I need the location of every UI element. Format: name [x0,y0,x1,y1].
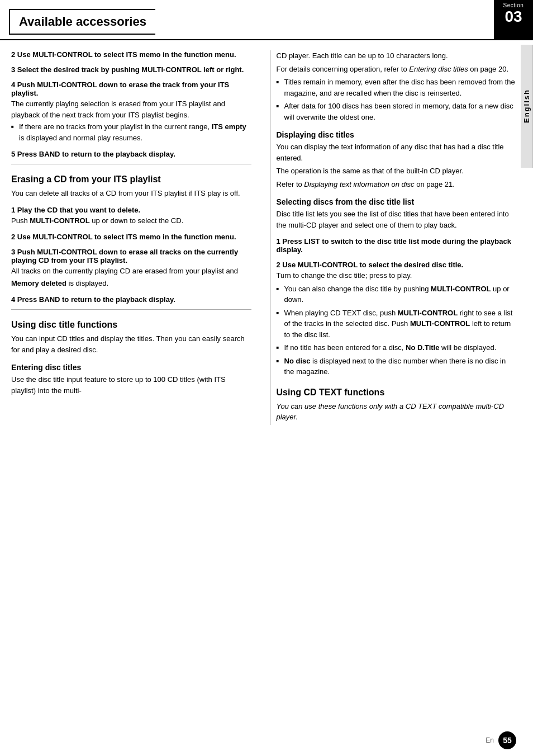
sel-bullet2: When playing CD TEXT disc, push MULTI-CO… [277,308,517,341]
entering-sub-title: Entering disc titles [11,363,251,372]
section-number: 03 [505,8,522,26]
right-column: CD player. Each title can be up to 10 ch… [270,50,517,425]
left-column: 2 Use MULTI-CONTROL to select ITS memo i… [11,50,257,425]
entering-disc-italic: Entering disc titles [409,65,468,73]
multicontrol-bold-1: MULTI-CONTROL [30,216,89,225]
footer-page-number: 55 [498,731,516,749]
step4-bullet: If there are no tracks from your playlis… [11,121,251,143]
multicontrol-bold-3: MULTI-CONTROL [398,309,458,317]
erase-step1-heading: 1 Play the CD that you want to delete. [11,206,251,214]
step3-heading: 3 Select the desired track by pushing MU… [11,65,251,74]
side-language-label: English [521,45,533,168]
divider-2 [11,309,251,310]
section-box: Section 03 [494,0,533,39]
entering-body2: For details concerning operation, refer … [277,64,517,75]
multicontrol-bold-4: MULTI-CONTROL [410,319,470,328]
page-title: Available accessories [9,9,155,35]
disc-title-section-title: Using disc title functions [11,320,251,330]
divider-1 [11,164,251,164]
displaying-sub-title: Displaying disc titles [277,130,517,139]
entering-body: Use the disc title input feature to stor… [11,374,251,396]
cd-text-section-title: Using CD TEXT functions [277,388,517,398]
displaying-body1: You can display the text information of … [277,141,517,163]
step2-heading: 2 Use MULTI-CONTROL to select ITS memo i… [11,50,251,59]
no-disc-bold: No disc [284,357,311,365]
its-empty-bold: ITS empty [212,122,246,131]
displaying-italic: Displaying text information on disc [304,180,414,188]
bullet2: After data for 100 discs has been stored… [277,101,517,122]
footer-lang: En [486,736,494,744]
page-header: Available accessories Section 03 [0,0,533,40]
erase-step2-heading: 2 Use MULTI-CONTROL to select ITS memo i… [11,233,251,241]
sel-step2-body1: Turn to change the disc title; press to … [277,270,517,281]
no-dtitle-bold: No D.Title [406,343,439,352]
sel-step1-heading: 1 Press LIST to switch to the disc title… [277,237,517,254]
bullet1: Titles remain in memory, even after the … [277,77,517,98]
selecting-body: Disc title list lets you see the list of… [277,209,517,230]
disc-title-body: You can input CD titles and display the … [11,333,251,355]
displaying-body3: Refer to Displaying text information on … [277,179,517,190]
step4-heading: 4 Push MULTI-CONTROL down to erase the t… [11,81,251,97]
memory-deleted-bold: Memory deleted [11,279,66,287]
erase-step1-body: Push MULTI-CONTROL up or down to select … [11,215,251,226]
sel-step2-heading: 2 Use MULTI-CONTROL to select the desire… [277,261,517,269]
cd-text-body: You can use these functions only with a … [277,401,517,423]
sel-bullet4: No disc is displayed next to the disc nu… [277,356,517,377]
erase-step3-body2: Memory deleted is displayed. [11,278,251,289]
displaying-body2: The operation is the same as that of the… [277,166,517,177]
page: Available accessories Section 03 English… [0,0,533,756]
erase-step4-heading: 4 Press BAND to return to the playback d… [11,295,251,304]
page-footer: En 55 [486,731,516,749]
selecting-sub-title: Selecting discs from the disc title list [277,197,517,206]
multicontrol-bold-2: MULTI-CONTROL [431,285,491,293]
main-content: 2 Use MULTI-CONTROL to select ITS memo i… [0,40,533,435]
erase-step3-heading: 3 Push MULTI-CONTROL down to erase all t… [11,248,251,264]
header-title-area: Available accessories [0,0,494,39]
erasing-body: You can delete all tracks of a CD from y… [11,188,251,199]
step4-body: The currently playing selection is erase… [11,98,251,120]
erase-step3-body: All tracks on the currently playing CD a… [11,266,251,277]
entering-body-cont: CD player. Each title can be up to 10 ch… [277,50,517,62]
erasing-section-title: Erasing a CD from your ITS playlist [11,174,251,185]
sel-bullet1: You can also change the disc title by pu… [277,284,517,305]
sel-bullet3: If no title has been entered for a disc,… [277,342,517,353]
step5-heading: 5 Press BAND to return to the playback d… [11,150,251,158]
